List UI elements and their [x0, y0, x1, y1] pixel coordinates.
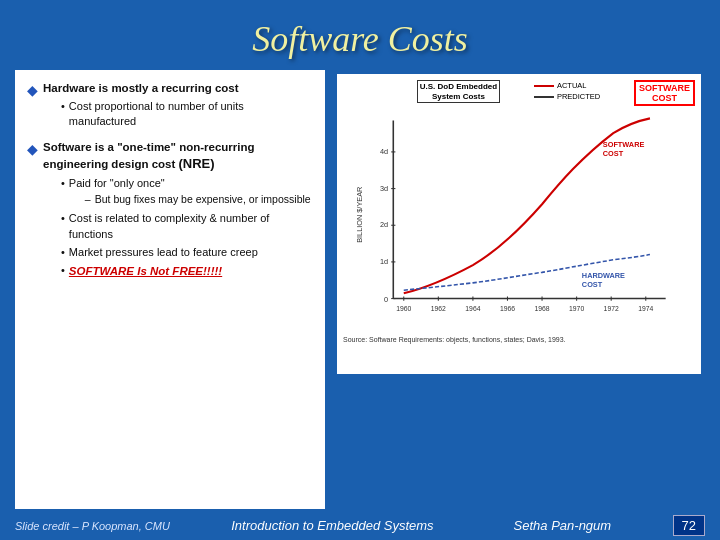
svg-text:1972: 1972 [604, 305, 619, 312]
sub-text-proportional: Cost proportional to number of units man… [69, 99, 313, 130]
svg-text:1d: 1d [380, 257, 388, 266]
legend-predicted-line [534, 96, 554, 98]
svg-text:1966: 1966 [500, 305, 515, 312]
dash-icon: – [85, 192, 91, 207]
legend-predicted-label: PREDICTED [557, 91, 600, 102]
bullet-hardware: ◆ Hardware is mostly a recurring cost • … [27, 80, 313, 133]
chart-svg: BILLION $/YEAR 0 1d 2d 3d 4d 1960 1 [343, 110, 695, 330]
legend-actual: ACTUAL [534, 80, 600, 91]
bullet-dot-4: • [61, 245, 65, 260]
sub-text-market: Market pressures lead to feature creep [69, 245, 258, 260]
chart-legend: ACTUAL PREDICTED [534, 80, 600, 103]
svg-text:SOFTWARE: SOFTWARE [603, 140, 645, 149]
sub-bullet-market: • Market pressures lead to feature creep [61, 245, 313, 260]
bullet-dot-2: • [61, 176, 65, 191]
intro-text: Introduction to Embedded Systems [231, 518, 433, 533]
svg-text:BILLION $/YEAR: BILLION $/YEAR [355, 187, 364, 243]
sub-text-paid: Paid for "only once" – But bug fixes may… [69, 176, 311, 208]
legend-predicted: PREDICTED [534, 91, 600, 102]
slide-title: Software Costs [252, 18, 468, 60]
slide: Software Costs ◆ Hardware is mostly a re… [0, 0, 720, 540]
footer-center: Introduction to Embedded Systems Setha P… [231, 518, 611, 533]
svg-text:COST: COST [582, 280, 603, 289]
slide-credit: Slide credit – P Koopman, CMU [15, 520, 170, 532]
svg-text:1960: 1960 [396, 305, 411, 312]
svg-text:COST: COST [603, 149, 624, 158]
sub-bullet-paid: • Paid for "only once" – But bug fixes m… [61, 176, 313, 208]
right-panel: U.S. DoD Embedded System Costs ACTUAL PR… [333, 70, 705, 509]
legend-actual-line [534, 85, 554, 87]
sub-bullets-software: • Paid for "only once" – But bug fixes m… [61, 176, 313, 279]
content-area: ◆ Hardware is mostly a recurring cost • … [15, 70, 705, 509]
bullet-software-text: Software is a "one-time" non-recurring e… [43, 139, 313, 283]
sub-bullet-free: • SOFTWARE Is Not FREE!!!!! [61, 263, 313, 279]
svg-text:1964: 1964 [465, 305, 480, 312]
svg-text:1970: 1970 [569, 305, 584, 312]
chart-title-area: U.S. DoD Embedded System Costs ACTUAL PR… [343, 80, 695, 106]
bullet-dot-5: • [61, 263, 65, 278]
legend-actual-label: ACTUAL [557, 80, 587, 91]
left-panel: ◆ Hardware is mostly a recurring cost • … [15, 70, 325, 509]
page-number: 72 [673, 515, 705, 536]
bullet-dot: • [61, 99, 65, 114]
chart-source: Source: Software Requirements: objects, … [343, 336, 695, 343]
svg-text:1968: 1968 [534, 305, 549, 312]
sub-sub-text-bugfixes: But bug fixes may be expensive, or impos… [95, 192, 311, 207]
sub-sub-bugfixes: – But bug fixes may be expensive, or imp… [85, 192, 311, 207]
sub-sub-bullets: – But bug fixes may be expensive, or imp… [85, 192, 311, 207]
author-text: Setha Pan-ngum [514, 518, 612, 533]
chart-container: U.S. DoD Embedded System Costs ACTUAL PR… [337, 74, 701, 374]
nre-label: (NRE) [178, 156, 214, 171]
bullet-hardware-text: Hardware is mostly a recurring cost • Co… [43, 80, 313, 133]
diamond-icon-2: ◆ [27, 140, 38, 160]
sub-bullet-complexity: • Cost is related to complexity & number… [61, 211, 313, 242]
software-cost-label: SOFTWARECOST [634, 80, 695, 106]
sub-bullet-cost-proportional: • Cost proportional to number of units m… [61, 99, 313, 130]
svg-text:2d: 2d [380, 220, 388, 229]
sub-bullets-hardware: • Cost proportional to number of units m… [61, 99, 313, 130]
software-free-text: SOFTWARE Is Not FREE!!!!! [69, 263, 222, 279]
footer: Slide credit – P Koopman, CMU Introducti… [15, 509, 705, 540]
diamond-icon: ◆ [27, 81, 38, 101]
svg-text:0: 0 [384, 295, 388, 304]
svg-text:1962: 1962 [431, 305, 446, 312]
bullet-dot-3: • [61, 211, 65, 226]
svg-text:1974: 1974 [638, 305, 653, 312]
bullet-software: ◆ Software is a "one-time" non-recurring… [27, 139, 313, 283]
svg-text:3d: 3d [380, 184, 388, 193]
svg-text:HARDWARE: HARDWARE [582, 271, 625, 280]
svg-text:4d: 4d [380, 147, 388, 156]
dod-label: U.S. DoD Embedded System Costs [417, 80, 500, 103]
sub-text-complexity: Cost is related to complexity & number o… [69, 211, 313, 242]
